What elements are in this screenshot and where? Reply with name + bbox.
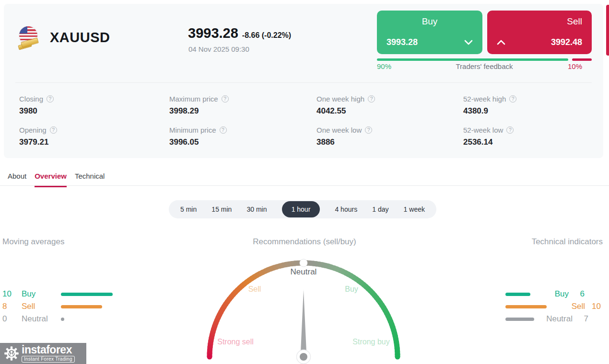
recommendations-gauge: Neutral Sell Buy Strong sell Strong buy	[191, 256, 416, 364]
stat-value: 3979.21	[19, 137, 169, 147]
gauge-label-sell: Sell	[248, 285, 261, 294]
stat-52-week-low: 52-week low?2536.14	[463, 121, 597, 152]
signal-bar	[505, 293, 530, 296]
stat-value: 3998.29	[169, 106, 316, 116]
signal-count: 6	[569, 289, 585, 299]
neutral-signal-row: 0Neutral	[2, 313, 113, 325]
buy-signal-row: 10Buy	[2, 288, 113, 300]
help-icon[interactable]: ?	[47, 95, 54, 102]
card-divider	[15, 82, 592, 83]
watermark-tagline: Instant Forex Trading	[22, 356, 75, 363]
stat-label: Maximum price?	[169, 95, 316, 103]
timeframe-30-min[interactable]: 30 min	[246, 205, 267, 213]
gauge-label-buy: Buy	[345, 285, 358, 294]
quote-card: XAUUSD 3993.28-8.66 (-0.22%) 04 Nov 2025…	[4, 4, 603, 158]
signal-label: Buy	[22, 289, 61, 299]
help-icon[interactable]: ?	[506, 126, 514, 134]
feedback-sell-percent: 10%	[568, 62, 582, 70]
stat-label-text: 52-week high	[463, 95, 506, 103]
help-icon[interactable]: ?	[220, 126, 227, 134]
timeframe-selector: 5 min15 min30 min1 hour4 hours1 day1 wee…	[169, 200, 436, 218]
technical-indicators-title: Technical indicators	[532, 237, 603, 247]
sell-button[interactable]: Sell 3992.48	[487, 11, 592, 54]
buy-signal-row: Buy6	[505, 288, 601, 300]
stats-grid: Closing?3980Maximum price?3998.29One wee…	[19, 90, 597, 152]
instrument-symbol: XAUUSD	[50, 30, 110, 46]
help-icon[interactable]: ?	[50, 126, 57, 134]
chevron-up-icon[interactable]	[497, 40, 505, 45]
help-icon[interactable]: ?	[368, 95, 375, 102]
buy-price: 3993.28	[386, 37, 418, 47]
stat-label-text: 52-week low	[463, 126, 503, 134]
signal-label: Neutral	[539, 314, 573, 324]
sell-signal-row: 8Sell	[2, 300, 113, 313]
help-icon[interactable]: ?	[222, 95, 229, 102]
stat-label-text: Closing	[19, 95, 43, 103]
help-icon[interactable]: ?	[365, 126, 372, 134]
stat-label-text: Maximum price	[169, 95, 218, 103]
stat-label-text: One week high	[316, 95, 364, 103]
stat-closing: Closing?3980	[19, 90, 169, 121]
stat-label: Minimum price?	[169, 126, 316, 134]
stat-value: 2536.14	[463, 137, 597, 147]
stat-value: 3996.05	[169, 137, 316, 147]
stat-value: 3980	[19, 106, 169, 116]
tab-about[interactable]: About	[8, 171, 26, 187]
buy-button-label: Buy	[386, 16, 473, 27]
signal-label: Buy	[535, 289, 569, 299]
timeframe-4-hours[interactable]: 4 hours	[335, 205, 357, 213]
stat-label: One week low?	[316, 126, 463, 134]
stat-52-week-high: 52-week high?4380.9	[463, 90, 597, 121]
instaforex-xauusd-widget: XAUUSD 3993.28-8.66 (-0.22%) 04 Nov 2025…	[0, 0, 609, 364]
clipped-next-card-edge	[606, 5, 609, 56]
signal-count: 0	[2, 314, 15, 324]
tab-bar: AboutOverviewTechnical	[8, 171, 105, 187]
timeframe-15-min[interactable]: 15 min	[211, 205, 232, 213]
stat-minimum-price: Minimum price?3996.05	[169, 121, 316, 152]
stat-label: 52-week high?	[463, 95, 597, 103]
gauge-label-strong-sell: Strong sell	[217, 338, 254, 346]
signal-bar	[505, 305, 547, 308]
tab-technical[interactable]: Technical	[75, 171, 105, 187]
stat-maximum-price: Maximum price?3998.29	[169, 90, 316, 121]
timeframe-5-min[interactable]: 5 min	[180, 205, 197, 213]
signal-count: 8	[2, 302, 15, 311]
stat-opening: Opening?3979.21	[19, 121, 169, 152]
timeframe-1-hour[interactable]: 1 hour	[282, 201, 320, 217]
signal-bar	[61, 318, 64, 321]
chevron-down-icon[interactable]	[464, 40, 473, 45]
watermark-brand: instaforex	[22, 344, 75, 355]
stat-label: Closing?	[19, 95, 169, 103]
signal-bar	[61, 305, 102, 308]
stat-label-text: Minimum price	[169, 126, 216, 134]
feedback-bar-buy	[377, 58, 568, 61]
signal-count: 7	[573, 314, 588, 324]
stat-label-text: Opening	[19, 126, 47, 134]
xauusd-instrument-icon	[19, 26, 39, 46]
help-icon[interactable]: ?	[509, 95, 516, 102]
price-line: 3993.28-8.66 (-0.22%)	[188, 25, 291, 41]
tab-bar-border	[0, 185, 609, 186]
stat-value: 3886	[316, 137, 463, 147]
signal-label: Sell	[551, 302, 585, 311]
recommendations-title: Recommendations (sell/buy)	[0, 237, 609, 247]
buy-button[interactable]: Buy 3993.28	[377, 11, 482, 54]
timeframe-1-day[interactable]: 1 day	[372, 205, 388, 213]
stat-value: 4042.55	[316, 106, 463, 116]
neutral-signal-row: Neutral7	[505, 313, 601, 325]
stat-label: 52-week low?	[463, 126, 597, 134]
sell-button-label: Sell	[567, 16, 582, 27]
signal-label: Sell	[22, 302, 61, 311]
stat-label: One week high?	[316, 95, 463, 103]
stat-one-week-low: One week low?3886	[316, 121, 463, 152]
sell-price: 3992.48	[551, 37, 582, 47]
timeframe-1-week[interactable]: 1 week	[404, 205, 425, 213]
watermark-text: instaforex Instant Forex Trading	[22, 344, 75, 363]
signal-bar	[61, 293, 113, 296]
gauge-label-strong-buy: Strong buy	[352, 338, 389, 346]
stat-label: Opening?	[19, 126, 169, 134]
tab-overview[interactable]: Overview	[35, 171, 67, 187]
moving-averages-summary: 10Buy8Sell0Neutral	[2, 288, 113, 325]
stat-label-text: One week low	[316, 126, 362, 134]
signal-bar	[505, 318, 534, 321]
